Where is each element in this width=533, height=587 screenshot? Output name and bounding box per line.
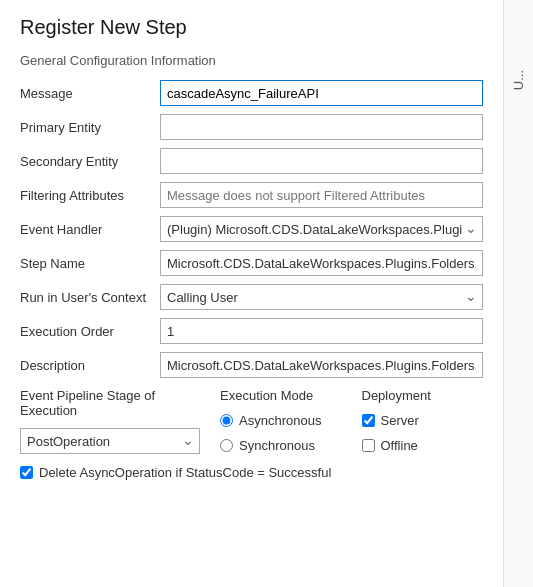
sync-radio[interactable]	[220, 439, 233, 452]
primary-entity-row: Primary Entity	[20, 114, 483, 140]
message-row: Message	[20, 80, 483, 106]
run-in-users-context-select-wrapper: Calling User	[160, 284, 483, 310]
pipeline-select[interactable]: PostOperation PreValidation PreOperation	[20, 428, 200, 454]
step-name-label: Step Name	[20, 256, 160, 271]
event-handler-select[interactable]: (Plugin) Microsoft.CDS.DataLakeWorkspace…	[160, 216, 483, 242]
delete-async-label: Delete AsyncOperation if StatusCode = Su…	[39, 465, 331, 480]
offline-label: Offline	[381, 438, 418, 453]
message-label: Message	[20, 86, 160, 101]
step-name-input[interactable]	[160, 250, 483, 276]
run-in-users-context-row: Run in User's Context Calling User	[20, 284, 483, 310]
execution-order-label: Execution Order	[20, 324, 160, 339]
event-handler-select-wrapper: (Plugin) Microsoft.CDS.DataLakeWorkspace…	[160, 216, 483, 242]
description-row: Description	[20, 352, 483, 378]
primary-entity-input[interactable]	[160, 114, 483, 140]
bottom-section: Event Pipeline Stage of Execution PostOp…	[20, 388, 483, 457]
async-radio-row: Asynchronous	[220, 413, 342, 428]
event-handler-row: Event Handler (Plugin) Microsoft.CDS.Dat…	[20, 216, 483, 242]
section-title: General Configuration Information	[20, 53, 483, 68]
right-panel-label: U...	[511, 70, 526, 90]
pipeline-col: Event Pipeline Stage of Execution PostOp…	[20, 388, 200, 454]
description-input[interactable]	[160, 352, 483, 378]
execution-order-input[interactable]	[160, 318, 483, 344]
server-label: Server	[381, 413, 419, 428]
pipeline-label: Event Pipeline Stage of Execution	[20, 388, 200, 418]
offline-checkbox[interactable]	[362, 439, 375, 452]
server-checkbox[interactable]	[362, 414, 375, 427]
exec-mode-col: Execution Mode Asynchronous Synchronous	[220, 388, 342, 457]
delete-async-row: Delete AsyncOperation if StatusCode = Su…	[20, 465, 483, 480]
filtering-attributes-input[interactable]	[160, 182, 483, 208]
page-title: Register New Step	[20, 16, 483, 39]
pipeline-select-wrapper: PostOperation PreValidation PreOperation	[20, 428, 200, 454]
async-radio[interactable]	[220, 414, 233, 427]
server-checkbox-row: Server	[362, 413, 484, 428]
run-in-users-context-select[interactable]: Calling User	[160, 284, 483, 310]
event-handler-label: Event Handler	[20, 222, 160, 237]
offline-checkbox-row: Offline	[362, 438, 484, 453]
execution-order-row: Execution Order	[20, 318, 483, 344]
right-panel: U...	[503, 0, 533, 587]
message-input[interactable]	[160, 80, 483, 106]
delete-async-checkbox[interactable]	[20, 466, 33, 479]
deployment-col: Deployment Server Offline	[362, 388, 484, 457]
exec-mode-label: Execution Mode	[220, 388, 342, 403]
secondary-entity-row: Secondary Entity	[20, 148, 483, 174]
bottom-row: Event Pipeline Stage of Execution PostOp…	[20, 388, 483, 457]
run-in-users-context-label: Run in User's Context	[20, 290, 160, 305]
sync-radio-row: Synchronous	[220, 438, 342, 453]
filtering-attributes-row: Filtering Attributes	[20, 182, 483, 208]
description-label: Description	[20, 358, 160, 373]
step-name-row: Step Name	[20, 250, 483, 276]
filtering-attributes-label: Filtering Attributes	[20, 188, 160, 203]
secondary-entity-label: Secondary Entity	[20, 154, 160, 169]
primary-entity-label: Primary Entity	[20, 120, 160, 135]
async-label: Asynchronous	[239, 413, 321, 428]
sync-label: Synchronous	[239, 438, 315, 453]
secondary-entity-input[interactable]	[160, 148, 483, 174]
deployment-label: Deployment	[362, 388, 484, 403]
